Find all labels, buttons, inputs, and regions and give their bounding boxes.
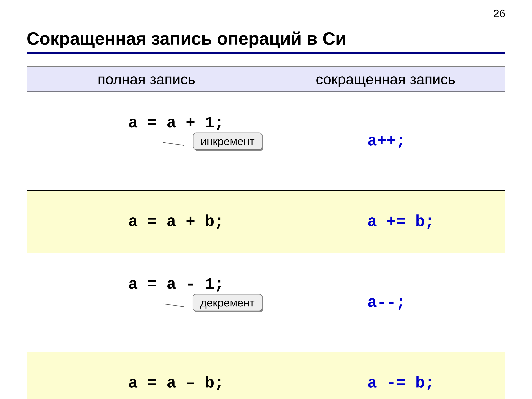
cell-full: a = a + b; [27,191,266,253]
cell-short: a++; [266,92,505,191]
code-full: a = a - 1; [128,275,224,293]
table-row: a = a + b; a += b; [27,191,505,253]
table-row: a = a + 1; инкремент a++; [27,92,505,191]
code-full: a = a – b; [128,374,224,392]
code-full: a = a + b; [128,213,224,231]
header-short: сокращенная запись [266,67,505,92]
code-full: a = a + 1; [128,114,224,132]
callout-connector [163,300,184,307]
cell-full: a = a + 1; инкремент [27,92,266,191]
slide: 26 Сокращенная запись операций в Си полн… [0,0,532,399]
callout-decrement: декремент [193,294,262,311]
cell-short: a -= b; [266,352,505,399]
code-short: a -= b; [367,374,434,392]
cell-short: a += b; [266,191,505,253]
table-row: a = a – b; a -= b; [27,352,505,399]
operations-table: полная запись сокращенная запись a = a +… [27,66,505,399]
callout-increment: инкремент [193,133,262,150]
table-row: a = a - 1; декремент a--; [27,253,505,352]
slide-title: Сокращенная запись операций в Си [27,28,505,49]
code-short: a--; [367,293,406,311]
code-short: a++; [367,132,406,150]
code-short: a += b; [367,213,434,231]
cell-full: a = a - 1; декремент [27,253,266,352]
callout-connector [163,139,184,146]
header-full: полная запись [27,67,266,92]
cell-short: a--; [266,253,505,352]
page-number: 26 [493,7,505,20]
title-rule [27,52,505,54]
cell-full: a = a – b; [27,352,266,399]
